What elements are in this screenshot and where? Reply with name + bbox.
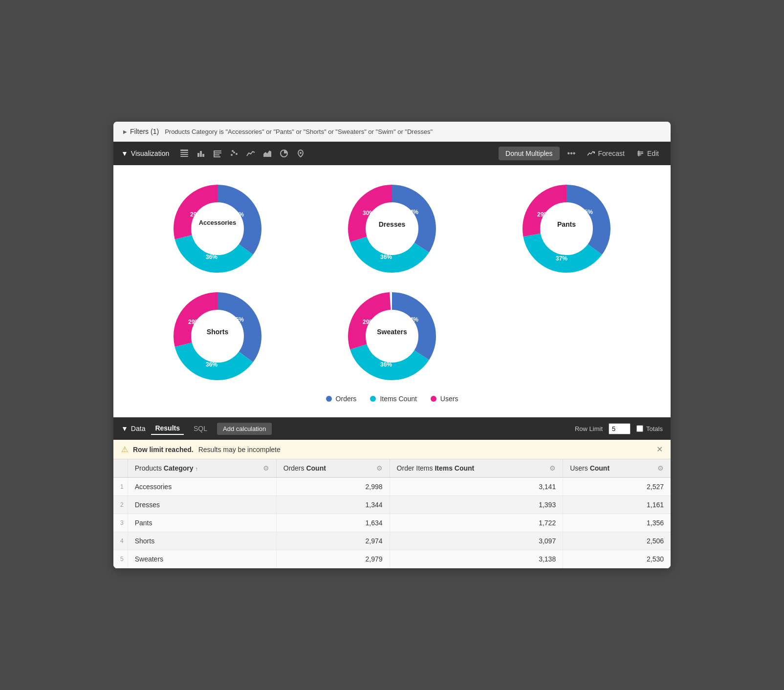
cell-category: Dresses [128, 496, 276, 514]
donut-pants-svg: Pants 35% 37% 29% [518, 180, 615, 278]
data-table: Products Category ↑ ⚙ Orders Count ⚙ Ord… [113, 459, 671, 568]
th-category-bold: Category [164, 464, 194, 472]
legend-orders: Orders [326, 395, 357, 403]
add-calculation-btn[interactable]: Add calculation [217, 423, 272, 435]
svg-rect-8 [214, 152, 221, 153]
donut-multiples-btn[interactable]: Donut Multiples [499, 147, 560, 160]
cell-rownum: 1 [113, 477, 128, 496]
viz-toggle[interactable]: ▼ Visualization [121, 150, 169, 157]
cell-items: 1,393 [390, 496, 563, 514]
filter-arrow-icon: ▶ [123, 129, 127, 134]
cell-rownum: 2 [113, 496, 128, 514]
legend-items-label: Items Count [380, 395, 416, 403]
cell-orders: 1,344 [276, 496, 390, 514]
table-icon [180, 149, 189, 158]
filter-text: Products Category is "Accessories" or "P… [165, 128, 433, 135]
viz-pie-icon-btn[interactable] [277, 147, 291, 160]
svg-text:Dresses: Dresses [379, 220, 406, 228]
map-icon [296, 149, 305, 158]
viz-area-icon-btn[interactable] [260, 147, 275, 160]
edit-label: Edit [647, 150, 659, 157]
donut-sweaters: Sweaters 34% 36% 29% [307, 287, 477, 385]
cell-orders: 2,998 [276, 477, 390, 496]
svg-point-15 [232, 150, 234, 152]
donut-shorts-wrapper: Shorts 35% 36% 29% [169, 287, 266, 385]
svg-text:36%: 36% [380, 361, 392, 368]
svg-text:29%: 29% [537, 211, 549, 218]
svg-text:34%: 34% [407, 209, 418, 216]
svg-point-13 [233, 151, 235, 153]
results-tab[interactable]: Results [151, 422, 184, 435]
totals-label: Totals [636, 425, 663, 432]
svg-point-14 [236, 153, 238, 155]
svg-marker-16 [263, 151, 271, 157]
viz-line-icon-btn[interactable] [243, 147, 258, 160]
th-users-gear-icon[interactable]: ⚙ [657, 464, 664, 472]
forecast-icon [587, 150, 595, 157]
th-orders: Orders Count ⚙ [276, 459, 390, 477]
cell-category: Accessories [128, 477, 276, 496]
legend-users: Users [431, 395, 458, 403]
line-chart-icon [246, 149, 255, 158]
th-category-text: Products Category ↑ [135, 464, 198, 472]
svg-text:36%: 36% [206, 254, 218, 260]
svg-text:Shorts: Shorts [207, 328, 229, 336]
th-items-text: Order Items Items Count [397, 464, 475, 472]
th-orders-text: Orders Count [283, 464, 326, 472]
th-orders-gear-icon[interactable]: ⚙ [376, 464, 383, 472]
edit-btn[interactable]: Edit [632, 148, 663, 159]
cell-category: Sweaters [128, 550, 276, 568]
cell-category: Shorts [128, 532, 276, 550]
legend-orders-label: Orders [336, 395, 357, 403]
filter-toggle[interactable]: ▶ Filters (1) [123, 128, 159, 135]
forecast-btn[interactable]: Forecast [583, 148, 628, 159]
svg-text:Sweaters: Sweaters [377, 328, 407, 336]
viz-table-icon-btn[interactable] [177, 147, 192, 160]
svg-point-12 [231, 154, 233, 156]
svg-text:29%: 29% [363, 319, 374, 325]
scatter-icon [230, 149, 239, 158]
th-category-gear-icon[interactable]: ⚙ [263, 464, 269, 472]
svg-text:35%: 35% [232, 316, 244, 323]
svg-rect-3 [180, 156, 188, 157]
cell-orders: 2,974 [276, 532, 390, 550]
viz-list-icon-btn[interactable] [210, 147, 225, 160]
viz-bar-icon-btn[interactable] [194, 147, 208, 160]
viz-more-icon[interactable]: ••• [564, 149, 580, 158]
data-toggle[interactable]: ▼ Data [121, 425, 145, 432]
data-toggle-label: Data [131, 425, 146, 432]
row-limit-input[interactable] [609, 423, 631, 434]
sql-tab[interactable]: SQL [190, 423, 211, 434]
data-section: ▼ Data Results SQL Add calculation Row L… [113, 417, 671, 568]
warning-close-btn[interactable]: ✕ [656, 445, 663, 454]
table-body: 1 Accessories 2,998 3,141 2,527 2 Dresse… [113, 477, 671, 568]
donut-shorts-svg: Shorts 35% 36% 29% [169, 287, 266, 385]
svg-rect-0 [180, 150, 188, 151]
viz-toggle-arrow-icon: ▼ [121, 150, 128, 157]
svg-text:34%: 34% [407, 316, 418, 323]
cell-users: 1,161 [563, 496, 671, 514]
edit-icon [636, 150, 644, 157]
viz-map-icon-btn[interactable] [293, 147, 308, 160]
cell-items: 3,141 [390, 477, 563, 496]
svg-rect-10 [214, 156, 220, 157]
donut-accessories: Accessories 35% 36% 29% [133, 180, 303, 278]
totals-checkbox[interactable] [636, 425, 643, 432]
donut-sweaters-wrapper: Sweaters 34% 36% 29% [343, 287, 441, 385]
svg-rect-11 [214, 151, 215, 157]
svg-text:Accessories: Accessories [199, 219, 237, 226]
legend-items-dot [370, 396, 376, 402]
viz-icon-group [177, 147, 308, 160]
svg-rect-1 [180, 152, 188, 153]
donut-empty [481, 287, 651, 385]
th-items-gear-icon[interactable]: ⚙ [549, 464, 556, 472]
svg-point-18 [300, 152, 302, 154]
donut-dresses-wrapper: Dresses 34% 36% 30% [343, 180, 441, 278]
th-users-bold: Count [590, 464, 610, 472]
pie-chart-icon [280, 149, 288, 158]
svg-rect-2 [180, 154, 188, 155]
th-orders-bold: Count [306, 464, 326, 472]
row-limit-label: Row Limit [575, 425, 603, 432]
table-row: 2 Dresses 1,344 1,393 1,161 [113, 496, 671, 514]
viz-scatter-icon-btn[interactable] [227, 147, 241, 160]
